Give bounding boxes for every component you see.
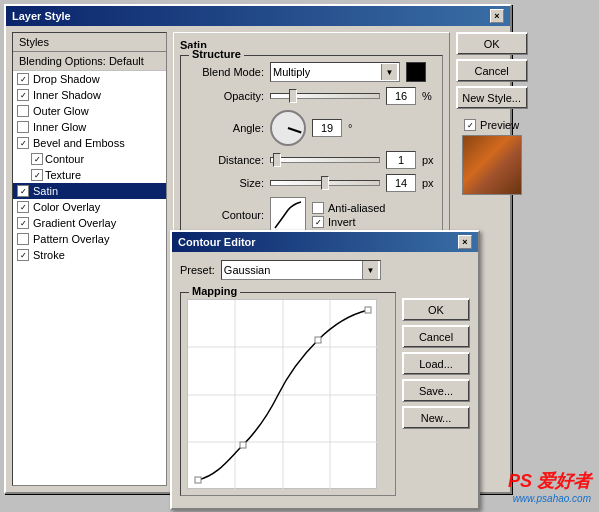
distance-input[interactable] (386, 151, 416, 169)
contour-close-button[interactable]: × (458, 235, 472, 249)
invert-row[interactable]: Invert (312, 216, 385, 228)
ps-text: PS 爱好者 (508, 471, 591, 491)
close-button[interactable]: × (490, 9, 504, 23)
sidebar-item-satin[interactable]: Satin (13, 183, 166, 199)
sidebar-item-bevel-emboss[interactable]: Bevel and Emboss (13, 135, 166, 151)
structure-group: Structure Blend Mode: Multiply ▼ (180, 55, 443, 247)
sidebar-item-inner-shadow[interactable]: Inner Shadow (13, 87, 166, 103)
preview-image (462, 135, 522, 195)
contour-checkbox[interactable] (31, 153, 43, 165)
sidebar-item-drop-shadow[interactable]: Drop Shadow (13, 71, 166, 87)
sidebar-item-texture[interactable]: Texture (13, 167, 166, 183)
cancel-button[interactable]: Cancel (456, 59, 528, 82)
angle-row: Angle: ° (189, 110, 434, 146)
bevel-emboss-checkbox[interactable] (17, 137, 29, 149)
ok-button[interactable]: OK (456, 32, 528, 55)
mapping-box: Mapping (180, 292, 396, 496)
styles-header[interactable]: Styles (13, 33, 166, 52)
anti-aliased-row[interactable]: Anti-aliased (312, 202, 385, 214)
curve-canvas[interactable] (187, 299, 377, 489)
stroke-label: Stroke (33, 249, 65, 261)
distance-row: Distance: px (189, 151, 434, 169)
pattern-overlay-checkbox[interactable] (17, 233, 29, 245)
contour-label: Contour (45, 153, 84, 165)
invert-checkbox[interactable] (312, 216, 324, 228)
blend-mode-row: Blend Mode: Multiply ▼ (189, 62, 434, 82)
sidebar-item-stroke[interactable]: Stroke (13, 247, 166, 263)
distance-unit: px (422, 154, 434, 166)
drop-shadow-checkbox[interactable] (17, 73, 29, 85)
inner-shadow-checkbox[interactable] (17, 89, 29, 101)
anti-aliased-label: Anti-aliased (328, 202, 385, 214)
sidebar-item-pattern-overlay[interactable]: Pattern Overlay (13, 231, 166, 247)
contour-action-buttons: OK Cancel Load... Save... New... (402, 288, 470, 496)
preview-label: Preview (480, 119, 519, 131)
contour-editor-dialog: Contour Editor × Preset: Gaussian ▼ Mapp… (170, 230, 480, 510)
contour-dialog-title: Contour Editor (178, 236, 256, 248)
preview-row[interactable]: Preview (464, 119, 519, 131)
opacity-slider[interactable] (270, 93, 380, 99)
blending-options-item[interactable]: Blending Options: Default (13, 52, 166, 71)
size-slider[interactable] (270, 180, 380, 186)
preset-label: Preset: (180, 264, 215, 276)
inner-shadow-label: Inner Shadow (33, 89, 101, 101)
sidebar-item-contour[interactable]: Contour (13, 151, 166, 167)
new-style-button[interactable]: New Style... (456, 86, 528, 109)
contour-lower: Mapping (180, 288, 470, 496)
opacity-row: Opacity: % (189, 87, 434, 105)
contour-cancel-button[interactable]: Cancel (402, 325, 470, 348)
preset-select[interactable]: Gaussian ▼ (221, 260, 381, 280)
opacity-thumb[interactable] (289, 89, 297, 103)
left-panel: Styles Blending Options: Default Drop Sh… (12, 32, 167, 486)
contour-preview[interactable] (270, 197, 306, 233)
contour-load-button[interactable]: Load... (402, 352, 470, 375)
angle-dial[interactable] (270, 110, 306, 146)
size-thumb[interactable] (321, 176, 329, 190)
anti-aliased-checkbox[interactable] (312, 202, 324, 214)
preview-area: Preview (456, 119, 528, 195)
opacity-unit: % (422, 90, 432, 102)
color-overlay-checkbox[interactable] (17, 201, 29, 213)
stroke-checkbox[interactable] (17, 249, 29, 261)
contour-new-button[interactable]: New... (402, 406, 470, 429)
contour-body: Preset: Gaussian ▼ Mapping (172, 252, 478, 504)
sidebar-item-gradient-overlay[interactable]: Gradient Overlay (13, 215, 166, 231)
angle-unit: ° (348, 122, 352, 134)
preset-row: Preset: Gaussian ▼ (180, 260, 470, 280)
size-label: Size: (189, 177, 264, 189)
outer-glow-checkbox[interactable] (17, 105, 29, 117)
size-input[interactable] (386, 174, 416, 192)
svg-rect-8 (315, 337, 321, 343)
contour-ok-button[interactable]: OK (402, 298, 470, 321)
preset-value: Gaussian (224, 264, 270, 276)
contour-row: Contour: Anti-aliased (189, 197, 434, 233)
satin-checkbox[interactable] (17, 185, 29, 197)
blend-color-swatch[interactable] (406, 62, 426, 82)
blending-options-label: Blending Options: Default (19, 55, 144, 67)
preview-checkbox[interactable] (464, 119, 476, 131)
opacity-input[interactable] (386, 87, 416, 105)
pattern-overlay-label: Pattern Overlay (33, 233, 109, 245)
opacity-slider-container (270, 93, 380, 99)
texture-checkbox[interactable] (31, 169, 43, 181)
sidebar-item-outer-glow[interactable]: Outer Glow (13, 103, 166, 119)
gradient-overlay-checkbox[interactable] (17, 217, 29, 229)
contour-save-button[interactable]: Save... (402, 379, 470, 402)
blend-mode-value: Multiply (273, 66, 310, 78)
blend-mode-select[interactable]: Multiply ▼ (270, 62, 400, 82)
angle-input[interactable] (312, 119, 342, 137)
inner-glow-label: Inner Glow (33, 121, 86, 133)
contour-title-bar: Contour Editor × (172, 232, 478, 252)
invert-label: Invert (328, 216, 356, 228)
distance-slider-container (270, 157, 380, 163)
size-slider-container (270, 180, 380, 186)
sidebar-item-color-overlay[interactable]: Color Overlay (13, 199, 166, 215)
angle-line (288, 127, 302, 133)
bevel-emboss-label: Bevel and Emboss (33, 137, 125, 149)
watermark: PS 爱好者 www.psahao.com (508, 469, 591, 504)
satin-label: Satin (33, 185, 58, 197)
sidebar-item-inner-glow[interactable]: Inner Glow (13, 119, 166, 135)
inner-glow-checkbox[interactable] (17, 121, 29, 133)
distance-thumb[interactable] (273, 153, 281, 167)
distance-slider[interactable] (270, 157, 380, 163)
